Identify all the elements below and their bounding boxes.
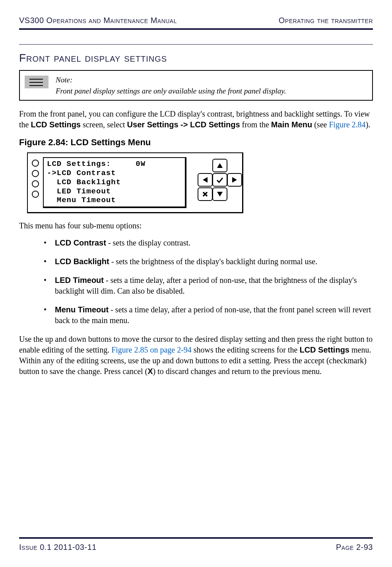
intro-paragraph: From the front panel, you can configure … bbox=[19, 109, 373, 130]
accept-button[interactable] bbox=[212, 173, 227, 187]
right-button[interactable] bbox=[227, 173, 242, 187]
svg-marker-0 bbox=[217, 163, 223, 168]
note-box: Note: Front panel display settings are o… bbox=[19, 70, 373, 101]
lcd-buttons bbox=[190, 157, 238, 208]
header-right: Operating the transmitter bbox=[279, 16, 373, 25]
left-button[interactable] bbox=[198, 173, 213, 187]
footer-left: Issue 0.1 2011-03-11 bbox=[19, 543, 97, 552]
page-footer: Issue 0.1 2011-03-11 Page 2-93 bbox=[19, 537, 373, 552]
footer-right: Page 2-93 bbox=[336, 543, 373, 552]
up-button[interactable] bbox=[212, 159, 227, 172]
submenu-intro: This menu has four sub-menu options: bbox=[19, 220, 373, 231]
x-icon bbox=[202, 191, 208, 197]
figure-link-2[interactable]: Figure 2.85 on page 2-94 bbox=[111, 345, 192, 354]
svg-marker-2 bbox=[232, 177, 237, 183]
footer-rule bbox=[19, 537, 373, 539]
arrow-right-icon bbox=[232, 177, 237, 183]
page-header: VS300 Operations and Maintenance Manual … bbox=[19, 16, 373, 27]
list-item: LCD Backlight - sets the brightness of t… bbox=[44, 256, 373, 267]
checkmark-icon bbox=[216, 177, 223, 183]
header-rule bbox=[19, 28, 373, 30]
section-title: Front panel display settings bbox=[19, 52, 373, 64]
cancel-button[interactable] bbox=[198, 187, 213, 201]
led-indicator bbox=[32, 180, 39, 187]
list-item: LCD Contrast - sets the display contrast… bbox=[44, 238, 373, 248]
note-body: Front panel display settings are only av… bbox=[56, 87, 286, 95]
led-indicator bbox=[32, 160, 39, 167]
options-list: LCD Contrast - sets the display contrast… bbox=[19, 238, 373, 326]
figure-caption: Figure 2.84: LCD Settings Menu bbox=[19, 137, 373, 148]
list-item: Menu Timeout - sets a time delay, after … bbox=[44, 304, 373, 326]
lcd-panel: LCD Settings: 0W ->LCD Contrast LCD Back… bbox=[27, 152, 243, 213]
closing-paragraph: Use the up and down buttons to move the … bbox=[19, 334, 373, 377]
note-text: Note: Front panel display settings are o… bbox=[56, 75, 286, 96]
led-indicator bbox=[32, 191, 39, 198]
arrow-up-icon bbox=[217, 163, 223, 168]
svg-marker-1 bbox=[203, 177, 208, 183]
arrow-left-icon bbox=[202, 177, 208, 183]
list-item: LED Timeout - sets a time delay, after a… bbox=[44, 275, 373, 296]
lcd-leds bbox=[32, 157, 39, 208]
down-button[interactable] bbox=[212, 187, 227, 201]
header-left: VS300 Operations and Maintenance Manual bbox=[19, 16, 177, 25]
svg-marker-5 bbox=[217, 192, 223, 197]
arrow-down-icon bbox=[217, 191, 223, 197]
section-rule bbox=[19, 44, 373, 45]
led-indicator bbox=[32, 170, 39, 177]
figure-link[interactable]: Figure 2.84 bbox=[329, 120, 365, 129]
note-label: Note: bbox=[56, 75, 286, 85]
lcd-screen: LCD Settings: 0W ->LCD Contrast LCD Back… bbox=[43, 157, 186, 208]
note-icon bbox=[25, 76, 49, 88]
